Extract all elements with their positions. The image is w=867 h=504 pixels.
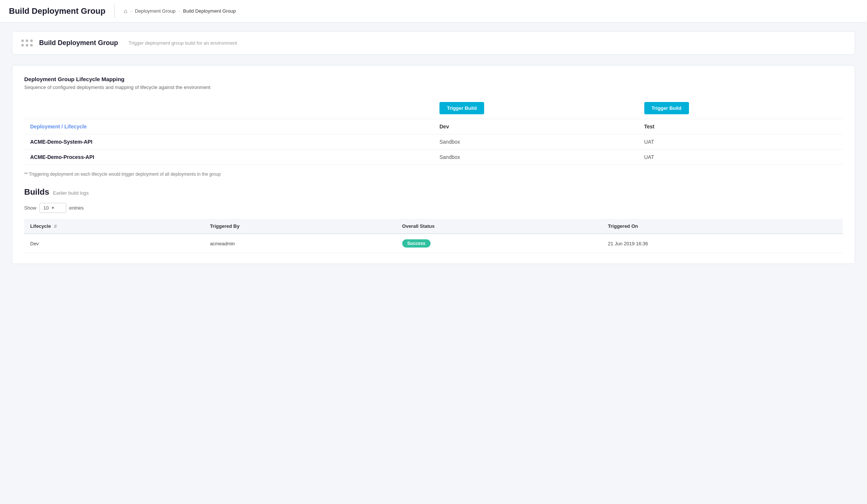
breadcrumb-sep1: - <box>130 8 132 14</box>
trigger-row-dev-col: Trigger Build <box>434 98 638 119</box>
builds-table-header-row: Lifecycle ⇵ Triggered By Overall Status … <box>24 219 843 234</box>
col-header-triggered-on: Triggered On <box>602 219 843 234</box>
show-label: Show <box>24 205 36 211</box>
builds-table-row: Dev acmeadmin Success 21 Jun 2019 16:36 <box>24 234 843 253</box>
build-triggered-by: acmeadmin <box>204 234 396 253</box>
builds-header: Builds Earlier build logs <box>24 187 843 197</box>
api-process-test-env: UAT <box>638 150 843 165</box>
col-header-triggered-by: Triggered By <box>204 219 396 234</box>
col-header-dev: Dev <box>434 119 638 134</box>
builds-subtitle: Earlier build logs <box>53 190 89 196</box>
api-name-process: ACME-Demo-Process-API <box>24 150 434 165</box>
page-title: Build Deployment Group <box>9 6 105 16</box>
trigger-build-dev-button[interactable]: Trigger Build <box>439 102 484 114</box>
breadcrumb-sep2: - <box>178 8 180 14</box>
col-header-overall-status: Overall Status <box>396 219 602 234</box>
lifecycle-mapping-heading: Deployment Group Lifecycle Mapping <box>24 76 843 82</box>
builds-table: Lifecycle ⇵ Triggered By Overall Status … <box>24 219 843 253</box>
col-header-deployment-lifecycle: Deployment / Lifecycle <box>24 119 434 134</box>
trigger-build-test-button[interactable]: Trigger Build <box>644 102 689 114</box>
sort-icon-lifecycle[interactable]: ⇵ <box>54 224 57 229</box>
lifecycle-footnote: ** Triggering deployment on each lifecyc… <box>24 172 843 177</box>
table-row: ACME-Demo-System-API Sandbox UAT <box>24 134 843 150</box>
top-header: Build Deployment Group ⌂ - Deployment Gr… <box>0 0 867 22</box>
chevron-down-icon: ▼ <box>51 206 55 210</box>
trigger-buttons-row: Trigger Build Trigger Build <box>24 98 843 119</box>
lifecycle-table-header-row: Deployment / Lifecycle Dev Test <box>24 119 843 134</box>
content-area: Build Deployment Group Trigger deploymen… <box>0 22 867 273</box>
entries-value: 10 <box>44 205 49 211</box>
main-card: Deployment Group Lifecycle Mapping Seque… <box>12 65 855 264</box>
show-entries-row: Show 10 ▼ entries <box>24 203 843 213</box>
api-system-test-env: UAT <box>638 134 843 150</box>
page-section-card: Build Deployment Group Trigger deploymen… <box>12 31 855 55</box>
page-section-subtitle: Trigger deployment group build for an en… <box>128 40 237 46</box>
build-triggered-on: 21 Jun 2019 16:36 <box>602 234 843 253</box>
build-lifecycle-dev: Dev <box>24 234 204 253</box>
breadcrumb: ⌂ - Deployment Group - Build Deployment … <box>124 8 236 15</box>
api-name-system: ACME-Demo-System-API <box>24 134 434 150</box>
status-badge: Success <box>402 239 431 248</box>
build-overall-status: Success <box>396 234 602 253</box>
breadcrumb-item-build-deployment-group: Build Deployment Group <box>183 8 236 14</box>
header-divider <box>114 4 115 18</box>
home-icon[interactable]: ⌂ <box>124 8 127 15</box>
entries-label: entries <box>69 205 84 211</box>
api-process-dev-env: Sandbox <box>434 150 638 165</box>
lifecycle-mapping-section: Deployment Group Lifecycle Mapping Seque… <box>24 76 843 177</box>
dots-grid-icon <box>21 39 33 47</box>
entries-select-dropdown[interactable]: 10 ▼ <box>39 203 66 213</box>
trigger-row-empty-col <box>24 98 434 119</box>
page-section-title: Build Deployment Group <box>39 39 118 47</box>
trigger-row-test-col: Trigger Build <box>638 98 843 119</box>
table-row: ACME-Demo-Process-API Sandbox UAT <box>24 150 843 165</box>
lifecycle-mapping-subtext: Sequence of configured deployments and m… <box>24 84 843 90</box>
breadcrumb-item-deployment-group[interactable]: Deployment Group <box>135 8 175 14</box>
lifecycle-mapping-table: Trigger Build Trigger Build Deployment /… <box>24 98 843 165</box>
api-system-dev-env: Sandbox <box>434 134 638 150</box>
builds-section: Builds Earlier build logs Show 10 ▼ entr… <box>24 187 843 253</box>
col-header-lifecycle: Lifecycle ⇵ <box>24 219 204 234</box>
builds-title: Builds <box>24 187 49 197</box>
col-header-test: Test <box>638 119 843 134</box>
